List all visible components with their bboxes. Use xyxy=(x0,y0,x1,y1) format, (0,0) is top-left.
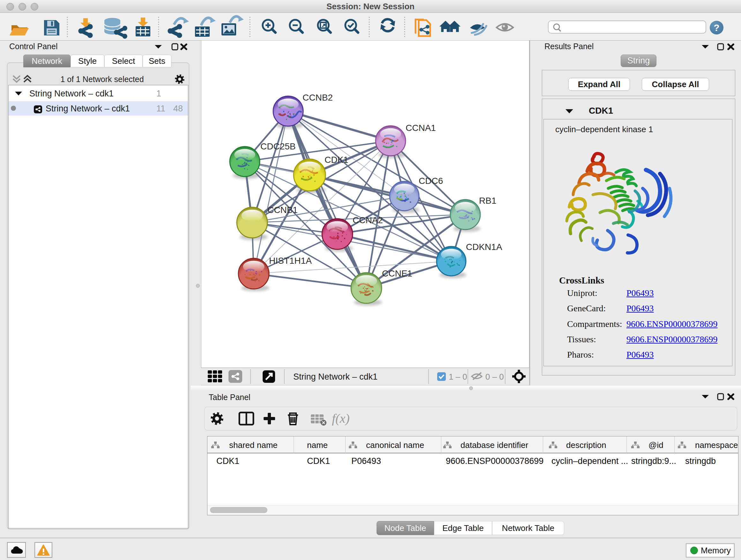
svg-text:CDKN1A: CDKN1A xyxy=(466,242,502,252)
svg-text:f(x): f(x) xyxy=(332,411,350,426)
svg-text:1 – 0: 1 – 0 xyxy=(449,372,467,381)
svg-text:CCNB2: CCNB2 xyxy=(302,92,333,103)
svg-text:CCNE1: CCNE1 xyxy=(382,268,412,278)
svg-text:String Network – cdk1: String Network – cdk1 xyxy=(293,372,378,381)
svg-text:CDK1: CDK1 xyxy=(325,155,348,165)
svg-text:RB1: RB1 xyxy=(479,196,496,206)
svg-text:CDC6: CDC6 xyxy=(419,176,443,186)
svg-text:0 – 0: 0 – 0 xyxy=(485,372,504,381)
svg-text:CCNA1: CCNA1 xyxy=(406,123,436,133)
svg-text:CCNB1: CCNB1 xyxy=(267,205,298,215)
svg-text:CCNA2: CCNA2 xyxy=(353,215,383,225)
svg-text:HIST1H1A: HIST1H1A xyxy=(269,256,312,266)
svg-text:CDC25B: CDC25B xyxy=(260,141,295,151)
